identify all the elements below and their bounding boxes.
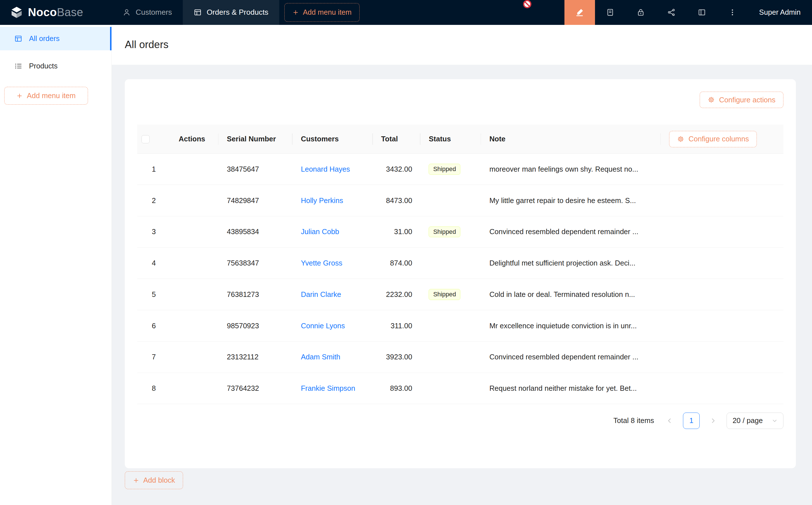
row-index: 8 — [137, 373, 170, 404]
customer-link[interactable]: Holly Perkins — [301, 196, 343, 204]
sidebar-item-label: Products — [29, 62, 57, 70]
header-icon-button-lock[interactable] — [626, 0, 656, 25]
cell-serial-number: 98570923 — [219, 310, 292, 342]
cell-total: 8473.00 — [373, 185, 420, 216]
cell-actions — [170, 154, 219, 185]
ui-editor-button[interactable] — [564, 0, 595, 25]
orders-table-block: Configure actions Actions Serial Number — [125, 79, 796, 468]
cell-trailing — [661, 342, 783, 373]
pagination-next-button[interactable] — [705, 412, 721, 429]
customer-link[interactable]: Leonard Hayes — [301, 165, 350, 173]
customer-link[interactable]: Adam Smith — [301, 353, 340, 361]
header-icon-button-more[interactable] — [717, 0, 748, 25]
cell-customer: Leonard Hayes — [292, 154, 373, 185]
table-row: 7 23132112 Adam Smith 3923.00 Convinced … — [137, 342, 783, 373]
cell-status — [420, 310, 481, 342]
cell-total: 3923.00 — [373, 342, 420, 373]
cell-status — [420, 342, 481, 373]
cell-trailing — [661, 248, 783, 279]
row-index: 1 — [137, 154, 170, 185]
cell-actions — [170, 248, 219, 279]
main-area: All orders Configure actions — [112, 25, 812, 505]
customer-link[interactable]: Connie Lyons — [301, 322, 345, 330]
row-index: 5 — [137, 279, 170, 310]
add-menu-item-label: Add menu item — [303, 8, 352, 16]
cell-trailing — [661, 373, 783, 404]
status-tag: Shipped — [429, 226, 460, 237]
cell-trailing — [661, 154, 783, 185]
page-content: Configure actions Actions Serial Number — [112, 65, 812, 505]
nav-item-customers[interactable]: Customers — [112, 0, 183, 25]
cell-customer: Adam Smith — [292, 342, 373, 373]
customer-link[interactable]: Darin Clarke — [301, 290, 341, 298]
not-allowed-cursor-icon — [523, 0, 532, 9]
pagination-page-button[interactable]: 1 — [683, 412, 700, 429]
plus-icon — [16, 93, 23, 99]
brand-logo[interactable]: NocoBase — [0, 0, 112, 25]
table-row: 2 74829847 Holly Perkins 8473.00 My litt… — [137, 185, 783, 216]
add-block-label: Add block — [143, 476, 175, 484]
column-header-configure: Configure columns — [661, 125, 783, 154]
cell-actions — [170, 342, 219, 373]
cell-serial-number: 76381273 — [219, 279, 292, 310]
select-all-checkbox[interactable] — [141, 135, 150, 143]
cell-actions — [170, 279, 219, 310]
ellipsis-vertical-icon — [728, 8, 736, 16]
add-block-button[interactable]: Add block — [125, 471, 183, 489]
add-menu-item-button-sidebar[interactable]: Add menu item — [4, 87, 88, 104]
sidebar-item-all-orders[interactable]: All orders — [0, 27, 112, 50]
configure-columns-button[interactable]: Configure columns — [669, 131, 757, 148]
cell-total: 2232.00 — [373, 279, 420, 310]
table-row: 6 98570923 Connie Lyons 311.00 Mr excell… — [137, 310, 783, 342]
cell-total: 893.00 — [373, 373, 420, 404]
cell-actions — [170, 373, 219, 404]
cell-serial-number: 38475647 — [219, 154, 292, 185]
cell-note: My little garret repair to desire he est… — [481, 185, 661, 216]
cell-note: moreover man feelings own shy. Request n… — [481, 154, 661, 185]
column-header-serial-number: Serial Number — [219, 125, 292, 154]
configure-columns-label: Configure columns — [688, 135, 749, 143]
header-icon-button-layout[interactable] — [687, 0, 717, 25]
cell-note: Delightful met sufficient projection ask… — [481, 248, 661, 279]
gear-icon — [708, 96, 715, 104]
pagination-total: Total 8 items — [614, 416, 654, 425]
column-header-status: Status — [420, 125, 481, 154]
nav-item-orders-products[interactable]: Orders & Products — [183, 0, 279, 25]
sidebar-item-products[interactable]: Products — [0, 54, 112, 77]
table-icon — [194, 8, 201, 16]
cell-serial-number: 73764232 — [219, 373, 292, 404]
add-menu-item-button-header[interactable]: Add menu item — [284, 3, 360, 22]
customer-link[interactable]: Frankie Simpson — [301, 384, 355, 392]
chevron-down-icon — [772, 418, 778, 424]
user-icon — [123, 8, 130, 16]
configure-actions-button[interactable]: Configure actions — [700, 92, 783, 108]
header-icon-button-book[interactable] — [595, 0, 626, 25]
cell-total: 311.00 — [373, 310, 420, 342]
customer-link[interactable]: Julian Cobb — [301, 228, 339, 235]
layout-icon — [698, 8, 706, 16]
column-header-total: Total — [373, 125, 420, 154]
cell-trailing — [661, 185, 783, 216]
nocobase-logo-icon — [10, 6, 23, 19]
page-size-select[interactable]: 20 / page — [726, 412, 783, 429]
header-nav: Customers Orders & Products Add menu ite… — [112, 0, 360, 25]
pagination-prev-button[interactable] — [661, 412, 678, 429]
share-nodes-icon — [667, 8, 675, 16]
user-menu[interactable]: Super Admin — [748, 0, 812, 25]
header-icon-button-share[interactable] — [656, 0, 687, 25]
table-row: 8 73764232 Frankie Simpson 893.00 Reques… — [137, 373, 783, 404]
cell-customer: Connie Lyons — [292, 310, 373, 342]
column-header-customers: Customers — [292, 125, 373, 154]
table-row: 5 76381273 Darin Clarke 2232.00 Shipped … — [137, 279, 783, 310]
pagination: Total 8 items 1 20 / page — [137, 412, 783, 429]
top-header: NocoBase Customers Orders & Products Add… — [0, 0, 812, 25]
cell-actions — [170, 216, 219, 248]
app-root: NocoBase Customers Orders & Products Add… — [0, 0, 812, 505]
page-size-value: 20 / page — [732, 416, 763, 425]
cell-trailing — [661, 310, 783, 342]
cell-status: Shipped — [420, 154, 481, 185]
cell-note: Cold in late or deal. Terminated resolut… — [481, 279, 661, 310]
customer-link[interactable]: Yvette Gross — [301, 259, 342, 267]
table-row: 4 75638347 Yvette Gross 874.00 Delightfu… — [137, 248, 783, 279]
cell-status: Shipped — [420, 279, 481, 310]
